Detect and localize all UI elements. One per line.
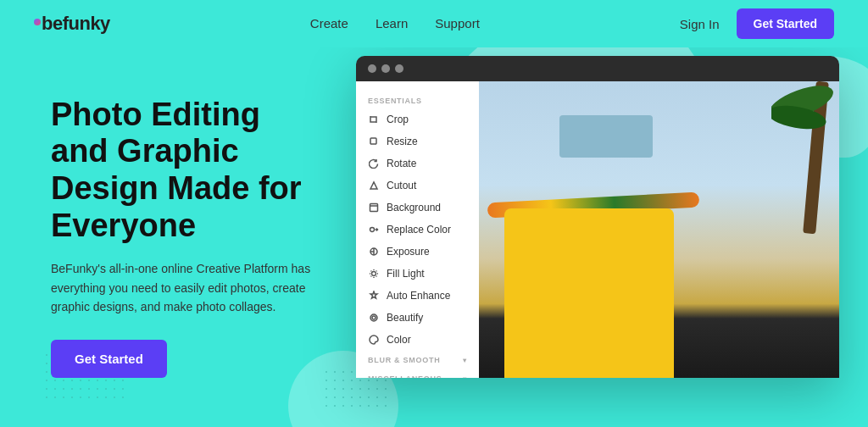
section-miscellaneous[interactable]: MISCELLANEOUS ▾ [356,369,479,378]
hero-title: Photo Editing and Graphic Design Made fo… [51,97,322,245]
background-icon [368,202,380,214]
hero-right: ESSENTIALS Crop [356,47,868,427]
svg-rect-0 [370,138,376,144]
sidebar-item-cutout-label: Cutout [387,180,416,191]
auto-enhance-icon [368,290,380,302]
titlebar-dot-2 [381,64,390,73]
palm-right [771,81,839,251]
sidebar-item-cutout[interactable]: Cutout [356,175,479,197]
sidebar-item-crop[interactable]: Crop [356,108,479,130]
van-body [504,208,674,378]
cutout-icon [368,180,380,191]
sidebar-item-fill-light[interactable]: Fill Light [356,263,479,285]
nav-link-learn[interactable]: Learn [376,16,408,30]
navbar: befunky Create Learn Support Sign In Get… [0,0,868,47]
sidebar-item-fill-light-label: Fill Light [387,268,425,280]
app-window: ESSENTIALS Crop [356,56,839,378]
titlebar-dot-3 [395,64,403,73]
crop-icon [368,114,380,125]
sidebar-item-auto-enhance[interactable]: Auto Enhance [356,285,479,307]
sidebar-item-auto-enhance-label: Auto Enhance [387,290,450,302]
photo-area [479,81,839,378]
titlebar-dot-1 [368,64,376,73]
hero-section: Photo Editing and Graphic Design Made fo… [0,47,868,427]
sidebar-item-beautify[interactable]: Beautify [356,307,479,329]
rotate-icon [368,158,380,169]
exposure-icon [368,246,380,258]
replace-color-icon [368,224,380,236]
color-icon [368,334,380,346]
section-blur-smooth-label: BLUR & SMOOTH [368,356,440,364]
sidebar-item-color-label: Color [387,334,411,346]
sidebar-item-beautify-label: Beautify [387,312,423,324]
nav-link-create[interactable]: Create [310,16,348,30]
van-window [559,115,653,158]
sidebar-item-background[interactable]: Background [356,197,479,219]
sidebar-item-rotate-label: Rotate [387,158,416,169]
beach-photo [479,81,839,378]
sidebar-panel: ESSENTIALS Crop [356,81,479,378]
window-titlebar [356,56,839,81]
logo-text: befunky [42,13,110,35]
logo[interactable]: befunky [34,13,110,35]
section-blur-smooth[interactable]: BLUR & SMOOTH ▾ [356,351,479,369]
nav-link-support[interactable]: Support [435,16,480,30]
chevron-down-icon: ▾ [463,357,467,364]
fill-light-icon [368,268,380,280]
sidebar-item-color[interactable]: Color [356,329,479,351]
hero-left: Photo Editing and Graphic Design Made fo… [0,47,356,427]
hero-subtitle: BeFunky's all-in-one online Creative Pla… [51,259,322,316]
sidebar-item-exposure[interactable]: Exposure [356,241,479,263]
sidebar-item-crop-label: Crop [387,114,409,125]
sidebar-item-replace-color[interactable]: Replace Color [356,219,479,241]
nav-links: Create Learn Support [310,16,480,31]
sidebar-item-replace-color-label: Replace Color [387,224,451,236]
svg-point-2 [370,228,375,232]
sidebar-item-background-label: Background [387,202,441,214]
section-label-essentials: ESSENTIALS [356,90,479,108]
get-started-button-nav[interactable]: Get Started [737,8,834,39]
sidebar-item-exposure-label: Exposure [387,246,430,258]
nav-item-create[interactable]: Create [310,16,348,31]
svg-rect-1 [370,204,378,212]
svg-point-4 [372,272,376,276]
window-body: ESSENTIALS Crop [356,81,839,378]
sidebar-item-resize[interactable]: Resize [356,130,479,152]
nav-item-learn[interactable]: Learn [376,16,408,31]
resize-icon [368,136,380,147]
sidebar-item-resize-label: Resize [387,136,418,147]
nav-item-support[interactable]: Support [435,16,480,31]
sidebar-item-rotate[interactable]: Rotate [356,152,479,175]
chevron-down-icon-2: ▾ [463,375,467,379]
sign-in-link[interactable]: Sign In [680,17,720,31]
section-miscellaneous-label: MISCELLANEOUS [368,374,442,378]
get-started-button-hero[interactable]: Get Started [51,340,167,378]
beautify-icon [368,312,380,324]
nav-right: Sign In Get Started [680,8,834,39]
